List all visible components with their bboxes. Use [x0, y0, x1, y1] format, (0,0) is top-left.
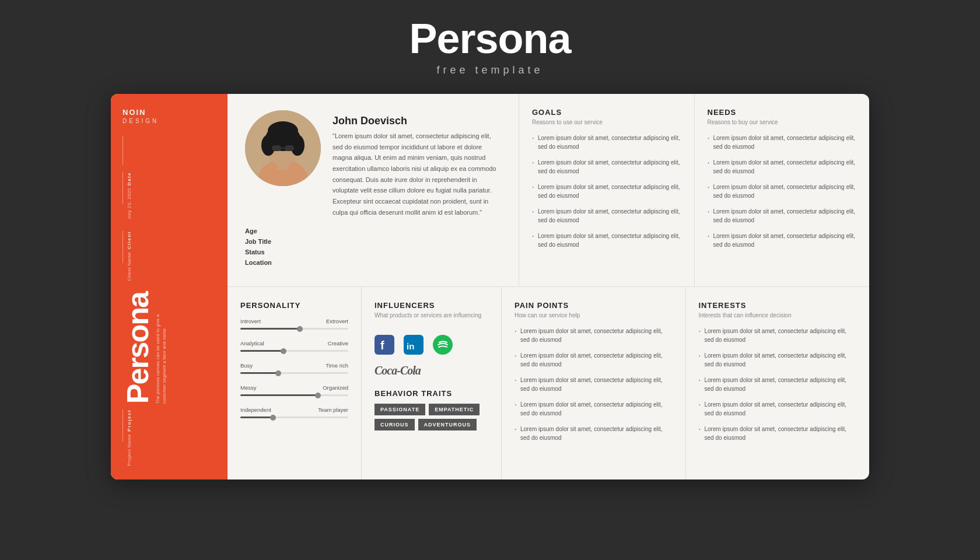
- slider-right-label: Creative: [328, 340, 348, 346]
- goals-title: GOALS: [532, 108, 681, 117]
- date-meta: Date July 23, 2020: [123, 172, 216, 219]
- svg-point-7: [268, 121, 298, 140]
- profile-details: Age Job Title Status Location: [245, 228, 501, 266]
- interest-item: Lorem ipsum dolor sit amet, consectetur …: [699, 327, 857, 344]
- slider-right-label: Extrovert: [326, 318, 348, 324]
- goals-subtitle: Reasons to use our service: [532, 119, 681, 125]
- behavior-tag: CURIOUS: [374, 419, 415, 430]
- bottom-row: PERSONALITY Introvert Extrovert Analytic…: [228, 287, 869, 480]
- interest-item: Lorem ipsum dolor sit amet, consectetur …: [699, 425, 857, 442]
- slider-fill: [240, 416, 273, 418]
- goals-list: Lorem ipsum dolor sit amet, consectetur …: [532, 134, 681, 249]
- behavior-tag: EMPATHETIC: [429, 404, 480, 415]
- slider-item: Introvert Extrovert: [240, 318, 348, 331]
- influencers-subtitle: What products or services are influencin…: [374, 312, 488, 318]
- needs-title: NEEDS: [708, 108, 857, 117]
- slider-track: [240, 394, 348, 396]
- page-subtitle: free template: [409, 64, 570, 76]
- goal-item: Lorem ipsum dolor sit amet, consectetur …: [532, 232, 681, 249]
- svg-point-16: [433, 335, 453, 355]
- goal-item: Lorem ipsum dolor sit amet, consectetur …: [532, 207, 681, 225]
- slider-fill: [240, 394, 318, 396]
- svg-text:f: f: [380, 339, 384, 352]
- header: Persona free template: [409, 18, 570, 76]
- goal-item: Lorem ipsum dolor sit amet, consectetur …: [532, 134, 681, 151]
- interests-subtitle: Interests that can influence decision: [699, 312, 857, 318]
- job-label: Job Title: [245, 238, 286, 245]
- main-content: John Doevisch "Lorem ipsum dolor sit ame…: [228, 94, 869, 480]
- slider-track: [240, 350, 348, 352]
- slider-track: [240, 372, 348, 374]
- facebook-icon: f: [374, 335, 394, 355]
- project-label: Project: [127, 410, 132, 432]
- slider-fill: [240, 350, 284, 352]
- slider-item: Independent Team player: [240, 407, 348, 419]
- profile-detail-location: Location: [245, 259, 501, 266]
- interests-section: INTERESTS Interests that can influence d…: [686, 287, 870, 480]
- client-meta: Client Client Name: [123, 231, 216, 281]
- spotify-icon: [433, 335, 453, 355]
- slider-dot: [297, 326, 303, 332]
- slider-fill: [240, 372, 278, 374]
- persona-description: The persona canvas can be used to give a…: [155, 310, 167, 404]
- svg-point-6: [290, 135, 304, 156]
- status-label: Status: [245, 249, 286, 256]
- need-item: Lorem ipsum dolor sit amet, consectetur …: [708, 207, 857, 225]
- pain-subtitle: How can our service help: [514, 312, 673, 318]
- slider-fill: [240, 328, 300, 330]
- slider-track: [240, 416, 348, 418]
- slider-dot: [275, 370, 281, 376]
- slider-track: [240, 328, 348, 330]
- project-value: Project Name: [127, 434, 132, 466]
- project-meta: Project Project Name: [123, 410, 216, 466]
- client-value: Client Name: [127, 252, 132, 281]
- interest-item: Lorem ipsum dolor sit amet, consectetur …: [699, 400, 857, 418]
- need-item: Lorem ipsum dolor sit amet, consectetur …: [708, 134, 857, 151]
- need-item: Lorem ipsum dolor sit amet, consectetur …: [708, 183, 857, 200]
- slider-right-label: Team player: [318, 407, 348, 413]
- location-label: Location: [245, 259, 286, 266]
- interest-item: Lorem ipsum dolor sit amet, consectetur …: [699, 376, 857, 393]
- needs-subtitle: Reasons to buy our service: [708, 119, 857, 125]
- behavior-tag: PASSIONATE: [374, 404, 425, 415]
- slider-dot: [270, 415, 276, 421]
- pain-item: Lorem ipsum dolor sit amet, consectetur …: [514, 351, 673, 369]
- svg-rect-9: [285, 145, 294, 151]
- need-item: Lorem ipsum dolor sit amet, consectetur …: [708, 232, 857, 249]
- personality-section: PERSONALITY Introvert Extrovert Analytic…: [228, 287, 362, 480]
- tag-container: PASSIONATEEMPATHETICCURIOUSADVENTUROUS: [374, 404, 488, 430]
- slider-dot: [315, 393, 321, 398]
- behavior-section: BEHAVIOR TRAITS PASSIONATEEMPATHETICCURI…: [374, 389, 488, 430]
- brand-icons: f in Coca‑Cola: [374, 335, 488, 377]
- client-label: Client: [127, 231, 132, 249]
- slider-left-label: Introvert: [240, 318, 261, 324]
- avatar: [245, 110, 321, 186]
- page-title: Persona: [409, 18, 570, 60]
- behavior-title: BEHAVIOR TRAITS: [374, 389, 488, 398]
- top-row: John Doevisch "Lorem ipsum dolor sit ame…: [228, 94, 869, 287]
- goal-item: Lorem ipsum dolor sit amet, consectetur …: [532, 183, 681, 200]
- slider-item: Messy Organized: [240, 384, 348, 397]
- interests-list: Lorem ipsum dolor sit amet, consectetur …: [699, 327, 857, 442]
- pain-item: Lorem ipsum dolor sit amet, consectetur …: [514, 327, 673, 344]
- profile-detail-status: Status: [245, 249, 501, 256]
- goals-section: GOALS Reasons to use our service Lorem i…: [519, 94, 695, 286]
- slider-right-label: Time rich: [326, 362, 348, 369]
- slider-right-label: Organized: [323, 384, 348, 391]
- slider-dot: [281, 348, 286, 354]
- svg-rect-12: [374, 335, 394, 355]
- goal-item: Lorem ipsum dolor sit amet, consectetur …: [532, 158, 681, 176]
- avatar-svg: [245, 110, 321, 186]
- profile-name: John Doevisch: [332, 115, 501, 127]
- personality-title: PERSONALITY: [240, 301, 348, 310]
- svg-rect-8: [272, 145, 281, 151]
- pain-item: Lorem ipsum dolor sit amet, consectetur …: [514, 425, 673, 442]
- influencers-section: INFLUENCERS What products or services ar…: [362, 287, 502, 480]
- influencers-title: INFLUENCERS: [374, 301, 488, 310]
- age-label: Age: [245, 228, 286, 235]
- need-item: Lorem ipsum dolor sit amet, consectetur …: [708, 158, 857, 176]
- logo-line1: NOIN: [123, 108, 216, 118]
- svg-text:in: in: [407, 341, 414, 351]
- slider-item: Analytical Creative: [240, 340, 348, 353]
- date-label: Date: [127, 172, 132, 186]
